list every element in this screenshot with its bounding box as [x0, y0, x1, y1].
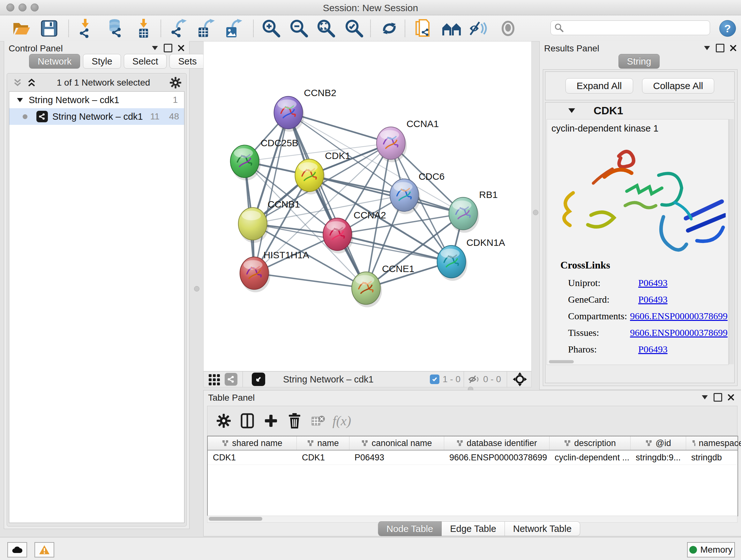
- network-node-CDC25B[interactable]: [230, 145, 261, 180]
- enhanced-graphics-button[interactable]: [468, 19, 488, 38]
- hidden-eye-icon[interactable]: [468, 374, 480, 384]
- selected-checkbox-icon[interactable]: [430, 374, 440, 384]
- delete-table-button[interactable]: [307, 409, 330, 433]
- expand-all-icon[interactable]: [26, 78, 37, 87]
- network-node-CCNB2[interactable]: [274, 97, 305, 132]
- column-header-database-identifier[interactable]: database identifier: [444, 436, 549, 450]
- table-cell[interactable]: 9606.ENSP00000378699: [444, 450, 549, 464]
- expand-all-button[interactable]: Expand All: [565, 78, 633, 94]
- birdseye-view-icon[interactable]: [252, 373, 265, 386]
- gene-section-header[interactable]: CDK1: [545, 103, 734, 118]
- network-options-gear-icon[interactable]: [170, 77, 181, 88]
- import-network-button[interactable]: [76, 19, 96, 38]
- fit-center-icon[interactable]: [513, 372, 527, 386]
- tab-select[interactable]: Select: [124, 54, 167, 69]
- add-row-button[interactable]: [259, 409, 283, 433]
- table-options-gear-button[interactable]: [212, 409, 235, 433]
- string-protein-query-button[interactable]: [442, 19, 462, 38]
- network-collection-row[interactable]: String Network – cdk1 1: [9, 91, 184, 108]
- apply-layout-button[interactable]: [379, 19, 400, 38]
- add-column-button[interactable]: [235, 409, 259, 433]
- network-node-CDKN1A[interactable]: [437, 246, 468, 281]
- network-view-title: String Network – cdk1: [283, 374, 374, 385]
- table-cell[interactable]: CDK1: [208, 450, 297, 464]
- gene-collapse-icon[interactable]: [568, 108, 575, 113]
- tab-string[interactable]: String: [618, 54, 660, 69]
- close-panel-icon[interactable]: [178, 45, 184, 51]
- tab-style[interactable]: Style: [83, 54, 121, 69]
- column-header-canonical-name[interactable]: canonical name: [349, 436, 444, 450]
- float-panel-button[interactable]: [714, 393, 722, 401]
- network-edge-CCNB2-HIST1H1A[interactable]: [254, 113, 288, 273]
- cloud-status-button[interactable]: [7, 542, 27, 557]
- vertical-splitter-grip[interactable]: [533, 210, 538, 215]
- import-table-button[interactable]: [133, 19, 154, 38]
- table-row[interactable]: CDK1CDK1P064939606.ENSP00000378699cyclin…: [208, 450, 738, 465]
- save-session-button[interactable]: [39, 19, 59, 38]
- export-network-button[interactable]: [169, 19, 189, 38]
- clone-network-button[interactable]: [414, 19, 434, 38]
- network-view-icon[interactable]: [225, 373, 238, 386]
- float-panel-button[interactable]: [164, 44, 172, 52]
- network-node-CCNE1[interactable]: [352, 272, 382, 307]
- network-node-CCNA1[interactable]: [377, 127, 407, 162]
- table-cell[interactable]: stringdb:9...: [630, 450, 686, 464]
- column-header-namespace[interactable]: namespace: [686, 436, 741, 450]
- memory-button[interactable]: Memory: [687, 542, 735, 557]
- crosslink-link[interactable]: P06493: [638, 277, 668, 288]
- export-image-button[interactable]: [223, 19, 244, 38]
- collection-expand-icon[interactable]: [17, 98, 23, 102]
- table-cell[interactable]: CDK1: [297, 450, 349, 464]
- crosslink-link[interactable]: P06493: [638, 294, 668, 305]
- column-header-id[interactable]: @id: [630, 436, 686, 450]
- export-table-button[interactable]: [196, 19, 216, 38]
- panel-menu-icon[interactable]: [702, 395, 708, 399]
- float-panel-button[interactable]: [716, 44, 724, 52]
- vertical-splitter-grip[interactable]: [194, 286, 199, 292]
- column-header-name[interactable]: name: [297, 436, 349, 450]
- network-node-CDK1[interactable]: [295, 159, 325, 194]
- zoom-out-button[interactable]: [289, 19, 309, 38]
- horizontal-scrollbar-thumb[interactable]: [549, 360, 574, 363]
- close-panel-icon[interactable]: [728, 394, 734, 400]
- zoom-fit-button[interactable]: [316, 19, 336, 38]
- table-cell[interactable]: P06493: [349, 450, 444, 464]
- collapse-all-button[interactable]: Collapse All: [642, 78, 715, 94]
- import-network-database-button[interactable]: [105, 19, 125, 38]
- zoom-selected-button[interactable]: [344, 19, 364, 38]
- help-button[interactable]: ?: [719, 20, 736, 37]
- show-graphics-details-button[interactable]: [498, 19, 518, 38]
- table-cell[interactable]: stringdb: [686, 450, 741, 464]
- zoom-in-button[interactable]: [261, 19, 281, 38]
- table-scrollbar-thumb[interactable]: [209, 517, 262, 521]
- network-canvas[interactable]: CCNB2CCNA1CDC25BCDK1CDC6RB1CCNB1CCNA2CDK…: [203, 41, 532, 371]
- crosslink-link[interactable]: 9606.ENSP00000378699: [630, 311, 728, 321]
- collapse-all-icon[interactable]: [12, 78, 23, 87]
- grid-view-icon[interactable]: [208, 373, 221, 386]
- tab-node-table[interactable]: Node Table: [378, 521, 442, 536]
- close-panel-icon[interactable]: [730, 45, 736, 51]
- table-cell[interactable]: cyclin-dependent ...: [549, 450, 630, 464]
- warnings-button[interactable]: [35, 542, 54, 557]
- tab-network[interactable]: Network: [29, 54, 80, 69]
- panel-menu-icon[interactable]: [152, 46, 158, 50]
- tab-edge-table[interactable]: Edge Table: [442, 521, 505, 536]
- crosslink-label: Pharos:: [568, 344, 638, 355]
- network-edge-HIST1H1A-CCNE1[interactable]: [254, 273, 366, 288]
- delete-row-button[interactable]: [283, 409, 307, 433]
- panel-menu-icon[interactable]: [704, 46, 710, 50]
- tab-sets[interactable]: Sets: [170, 54, 205, 69]
- crosslink-link[interactable]: 9606.ENSP00000378699: [630, 327, 728, 338]
- search-input[interactable]: [563, 23, 710, 33]
- function-builder-button[interactable]: f(x): [330, 409, 354, 433]
- tab-network-table[interactable]: Network Table: [505, 521, 580, 536]
- network-node-RB1[interactable]: [449, 197, 479, 233]
- vertical-scrollbar[interactable]: [729, 119, 734, 364]
- network-row[interactable]: String Network – cdk1 11 48: [9, 108, 184, 125]
- hidden-node-edge-counts: 0 - 0: [483, 374, 501, 384]
- column-header-description[interactable]: description: [549, 436, 630, 450]
- column-header-shared-name[interactable]: shared name: [208, 436, 297, 450]
- open-session-button[interactable]: [11, 19, 32, 38]
- network-node-CDC6[interactable]: [390, 179, 420, 214]
- crosslink-link[interactable]: P06493: [638, 344, 668, 355]
